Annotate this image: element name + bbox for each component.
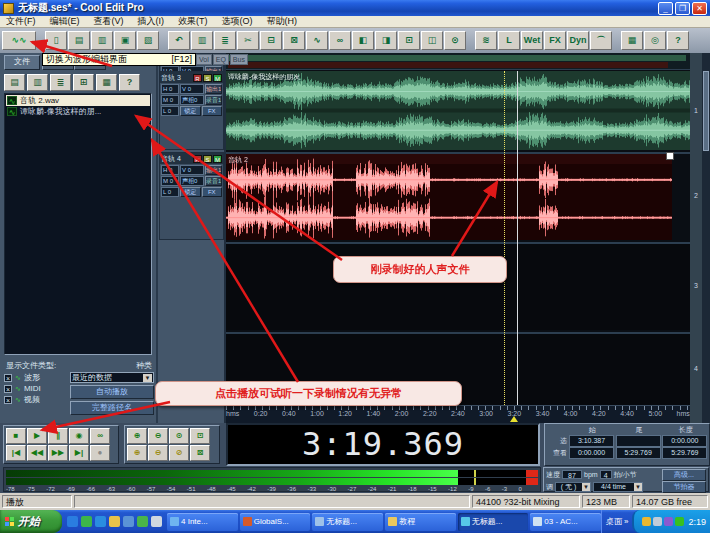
sort-dropdown[interactable]: 最近的数据 ▼ <box>70 372 154 383</box>
beats-field[interactable]: 4 <box>600 470 612 479</box>
track-panel-tab[interactable]: EQ <box>213 54 229 65</box>
filetype-checkbox[interactable] <box>4 396 12 404</box>
track-panel-tab[interactable]: Bus <box>230 54 248 65</box>
zoom-button[interactable]: ⊖ <box>148 428 168 444</box>
eq-mid-field[interactable]: M 0 <box>161 176 179 186</box>
meter-clip-indicator[interactable] <box>526 478 538 485</box>
taskbar-task-button[interactable]: 4 Inte... <box>167 513 238 531</box>
selection-length-value[interactable]: 0:00.000 <box>662 435 707 447</box>
key-dropdown[interactable]: ( 无 ) ▼ <box>555 482 591 492</box>
toolbar-button[interactable]: ⊟ <box>260 31 282 50</box>
track2-clip[interactable]: 音轨 2 <box>226 154 672 240</box>
toolbar-button[interactable]: FX <box>544 31 566 50</box>
selection-end-value[interactable] <box>616 435 661 447</box>
quick-launch-icon[interactable] <box>137 516 148 527</box>
file-panel-button[interactable]: ▥ <box>27 74 48 91</box>
menu-item[interactable]: 查看(V) <box>94 15 124 28</box>
toolbar-button[interactable]: ▣ <box>114 31 136 50</box>
toolbar-button[interactable]: ≣ <box>214 31 236 50</box>
selection-start-value[interactable]: 3:10.387 <box>569 435 614 447</box>
close-button[interactable]: ✕ <box>692 2 707 15</box>
menu-item[interactable]: 帮助(H) <box>267 15 298 28</box>
volume-field[interactable]: V 0 <box>180 165 204 175</box>
mute-button[interactable]: M <box>213 155 222 163</box>
view-length-value[interactable]: 5:29.769 <box>662 447 707 459</box>
minimize-button[interactable]: _ <box>658 2 673 15</box>
filetype-checkbox[interactable] <box>4 374 12 382</box>
restore-button[interactable]: ❐ <box>675 2 690 15</box>
level-meter[interactable]: -78-75-72-69-66-63-60-57-54-51-48-45-42-… <box>3 467 541 492</box>
record-device-button[interactable]: 录音1 <box>205 176 222 186</box>
transport-button[interactable]: ∞ <box>90 428 110 444</box>
eq-low-field[interactable]: L 0 <box>161 187 179 197</box>
toolbar-button[interactable]: ◎ <box>644 31 666 50</box>
start-button[interactable]: 开始 <box>0 510 62 533</box>
transport-button[interactable]: ■ <box>6 428 26 444</box>
quick-launch-icon[interactable] <box>67 516 78 527</box>
transport-button[interactable]: ◀◀ <box>27 445 47 461</box>
file-list[interactable]: ∿ 音轨 2.wav ∿ 谭咏麟-像我这样的朋... <box>4 93 152 355</box>
auto-play-button[interactable]: 自动播放 <box>70 385 154 399</box>
playback-cursor[interactable] <box>517 71 518 405</box>
lock-button[interactable]: 锁定 <box>180 187 201 197</box>
tray-icon-2[interactable] <box>653 517 662 526</box>
metronome-button[interactable]: 节拍器 <box>662 481 706 493</box>
transport-button[interactable]: ∥ <box>48 428 68 444</box>
view-end-value[interactable]: 5:29.769 <box>616 447 661 459</box>
record-device-button[interactable]: 录音1 <box>205 95 222 105</box>
record-arm-button[interactable]: R <box>193 155 202 163</box>
file-list-item[interactable]: ∿ 谭咏麟-像我这样的朋... <box>6 106 150 117</box>
toolbar-button[interactable]: ⊡ <box>398 31 420 50</box>
zoom-button[interactable]: ⊡ <box>190 428 210 444</box>
lock-button[interactable]: 锁定 <box>180 106 201 116</box>
clip-handle[interactable] <box>666 152 674 160</box>
track1-waveform[interactable] <box>226 71 690 150</box>
session-overview-bar[interactable] <box>226 53 690 70</box>
solo-button[interactable]: S <box>203 155 212 163</box>
toolbar-button[interactable]: Wet <box>521 31 543 50</box>
menu-item[interactable]: 选项(O) <box>222 15 253 28</box>
toolbar-button[interactable]: ◨ <box>375 31 397 50</box>
timesig-dropdown[interactable]: 4/4 time ▼ <box>593 482 643 492</box>
track2-lane[interactable]: 音轨 2 <box>226 152 690 240</box>
toolbar-button[interactable]: ▯ <box>45 31 67 50</box>
playhead-marker-icon[interactable] <box>510 416 518 422</box>
zoom-button[interactable]: ⊠ <box>190 445 210 461</box>
track2-waveform[interactable] <box>226 154 672 240</box>
file-panel-button[interactable]: ≣ <box>50 74 71 91</box>
taskbar-task-button[interactable]: GlobalS... <box>240 513 311 531</box>
solo-button[interactable]: S <box>203 74 212 82</box>
timeline-ruler[interactable]: hms0:200:401:001:201:402:002:202:403:003… <box>226 405 690 423</box>
chevron-icon[interactable]: » <box>624 517 628 526</box>
meter-clip-indicator[interactable] <box>526 470 538 477</box>
toolbar-button[interactable]: ▧ <box>137 31 159 50</box>
transport-button[interactable]: |◀ <box>6 445 26 461</box>
file-panel-button[interactable]: ⊞ <box>73 74 94 91</box>
pan-field[interactable]: 声相0 <box>180 176 204 186</box>
menu-item[interactable]: 文件(F) <box>6 15 36 28</box>
toolbar-button[interactable]: ⊙ <box>444 31 466 50</box>
advanced-button[interactable]: 高级... <box>662 469 706 481</box>
toolbar-button[interactable]: ⊠ <box>283 31 305 50</box>
file-panel-button[interactable]: ▤ <box>4 74 25 91</box>
menu-item[interactable]: 编辑(E) <box>50 15 80 28</box>
eq-high-field[interactable]: H 0 <box>161 84 179 94</box>
record-arm-button[interactable]: R <box>193 74 202 82</box>
zoom-button[interactable]: ⊙ <box>169 428 189 444</box>
transport-button[interactable]: ▶▶ <box>48 445 68 461</box>
toolbar-button[interactable]: ✂ <box>237 31 259 50</box>
toolbar-button[interactable]: ? <box>667 31 689 50</box>
mute-button[interactable]: M <box>213 74 222 82</box>
quick-launch-icon[interactable] <box>109 516 120 527</box>
tray-icon-3[interactable] <box>664 517 673 526</box>
tray-icon-4[interactable] <box>675 517 684 526</box>
taskbar-task-button[interactable]: 教程 <box>385 513 456 531</box>
taskbar-task-button[interactable]: 无标题... <box>312 513 383 531</box>
quick-launch-icon[interactable] <box>95 516 106 527</box>
tab-files[interactable]: 文件 <box>4 55 40 70</box>
taskbar-task-button[interactable]: 03 - AC... <box>530 513 601 531</box>
toolbar-button[interactable]: ▥ <box>191 31 213 50</box>
bpm-field[interactable]: 87 <box>562 470 582 479</box>
track-title[interactable]: 音轨 3 <box>161 73 181 83</box>
toolbar-button[interactable]: ∿∿ <box>2 31 36 50</box>
